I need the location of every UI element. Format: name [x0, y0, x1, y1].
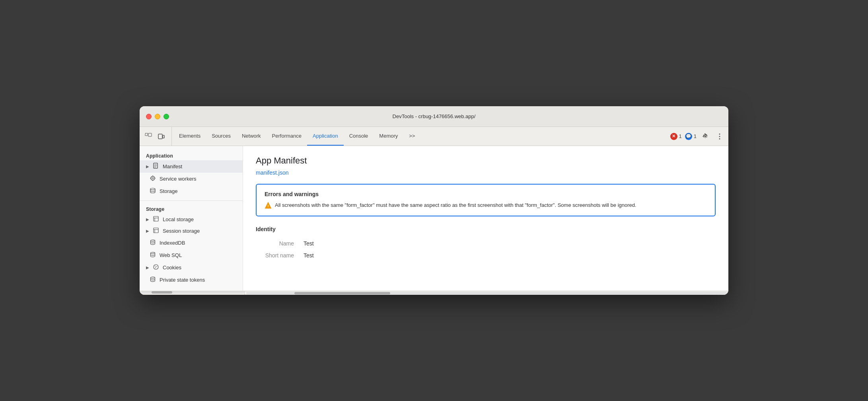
tab-console[interactable]: Console [344, 127, 374, 146]
sidebar-scrollbar[interactable] [141, 291, 244, 294]
manifest-label: Manifest [163, 164, 182, 169]
svg-point-12 [152, 177, 154, 179]
expand-arrow-manifest: ▶ [146, 164, 149, 169]
error-icon: ✕ [670, 133, 677, 140]
svg-point-25 [151, 252, 155, 254]
tab-memory[interactable]: Memory [374, 127, 403, 146]
devtools-window: DevTools - crbug-1476656.web.app/ Elemen… [140, 106, 728, 295]
short-name-value: Test [304, 252, 314, 259]
expand-arrow-session: ▶ [146, 229, 149, 233]
svg-point-4 [719, 133, 720, 134]
inspect-icon[interactable] [143, 131, 154, 142]
toolbar-icons [143, 127, 172, 146]
svg-point-30 [151, 277, 155, 278]
svg-rect-0 [145, 133, 148, 136]
private-state-label: Private state tokens [160, 277, 205, 283]
storage-app-label: Storage [160, 188, 178, 194]
sidebar-item-indexeddb[interactable]: IndexedDB [140, 237, 243, 249]
session-storage-icon [152, 228, 160, 234]
sidebar: Application ▶ Manifest [140, 146, 243, 291]
identity-name-row: Name Test [256, 240, 716, 247]
sidebar-item-cookies[interactable]: ▶ Cookies [140, 261, 243, 274]
sidebar-divider-1 [140, 200, 243, 201]
more-options-icon[interactable] [714, 131, 725, 142]
error-badge[interactable]: ✕ 1 [670, 133, 682, 140]
short-name-label: Short name [256, 252, 304, 259]
svg-rect-2 [158, 134, 162, 139]
toolbar: Elements Sources Network Performance App… [140, 127, 728, 146]
tab-network[interactable]: Network [236, 127, 267, 146]
storage-section-header: Storage [140, 204, 243, 214]
svg-rect-21 [154, 228, 158, 233]
error-message-text: All screenshots with the same "form_fact… [275, 201, 636, 209]
device-toggle-icon[interactable] [156, 131, 167, 142]
info-badge[interactable]: 💬 1 [685, 133, 697, 140]
expand-arrow-cookies: ▶ [146, 265, 149, 270]
sidebar-item-service-workers[interactable]: Service workers [140, 173, 243, 185]
local-storage-icon [152, 216, 160, 223]
tab-performance[interactable]: Performance [267, 127, 307, 146]
tab-application[interactable]: Application [307, 127, 344, 146]
indexeddb-icon [149, 239, 156, 247]
error-message-row: ! All screenshots with the same "form_fa… [265, 201, 707, 209]
session-storage-label: Session storage [163, 228, 200, 234]
cookies-icon [152, 264, 160, 271]
tab-elements[interactable]: Elements [173, 127, 206, 146]
window-title: DevTools - crbug-1476656.web.app/ [393, 113, 476, 119]
settings-icon[interactable] [700, 131, 711, 142]
manifest-link[interactable]: manifest.json [256, 169, 288, 176]
web-sql-label: Web SQL [160, 252, 182, 258]
service-workers-label: Service workers [160, 176, 196, 182]
toolbar-right: ✕ 1 💬 1 [670, 127, 725, 146]
svg-point-29 [155, 267, 156, 268]
fullscreen-button[interactable] [163, 114, 169, 119]
svg-point-28 [156, 266, 157, 267]
svg-point-5 [719, 136, 720, 137]
svg-point-26 [154, 265, 158, 269]
private-state-icon [149, 276, 156, 284]
sidebar-item-private-state[interactable]: Private state tokens [140, 274, 243, 286]
expand-arrow-local: ▶ [146, 217, 149, 222]
svg-point-17 [150, 188, 155, 190]
minimize-button[interactable] [155, 114, 160, 119]
svg-point-11 [151, 176, 155, 180]
content-scrollbar[interactable] [246, 292, 727, 294]
service-workers-icon [149, 175, 156, 183]
sidebar-item-session-storage[interactable]: ▶ Session storage [140, 225, 243, 237]
name-label: Name [256, 240, 304, 247]
sidebar-item-manifest[interactable]: ▶ Manifest [140, 160, 243, 173]
bottom-scrollbar-area [140, 291, 728, 295]
errors-heading: Errors and warnings [265, 191, 707, 197]
sidebar-item-web-sql[interactable]: Web SQL [140, 249, 243, 261]
titlebar: DevTools - crbug-1476656.web.app/ [140, 106, 728, 127]
storage-app-icon [149, 187, 156, 195]
application-section-header: Application [140, 151, 243, 160]
cookies-label: Cookies [163, 265, 181, 271]
svg-point-24 [151, 240, 155, 241]
sidebar-item-local-storage[interactable]: ▶ Local storage [140, 214, 243, 225]
tab-sources[interactable]: Sources [206, 127, 236, 146]
comment-icon: 💬 [685, 133, 692, 140]
web-sql-icon [149, 251, 156, 259]
svg-rect-3 [163, 135, 164, 138]
warning-icon: ! [265, 202, 272, 209]
identity-table: Name Test Short name Test [256, 240, 716, 259]
svg-rect-18 [154, 216, 158, 221]
main-area: Application ▶ Manifest [140, 146, 728, 291]
manifest-icon [152, 163, 160, 170]
page-title: App Manifest [256, 156, 716, 166]
errors-warnings-box: Errors and warnings ! All screenshots wi… [256, 184, 716, 216]
name-value: Test [304, 240, 314, 247]
identity-section-title: Identity [256, 226, 716, 234]
traffic-lights [146, 114, 169, 119]
identity-short-name-row: Short name Test [256, 252, 716, 259]
local-storage-label: Local storage [163, 216, 194, 222]
tab-more[interactable]: >> [403, 127, 420, 146]
svg-text:!: ! [268, 204, 269, 208]
sidebar-item-storage-app[interactable]: Storage [140, 185, 243, 197]
svg-point-6 [719, 138, 720, 139]
indexeddb-label: IndexedDB [160, 240, 185, 246]
close-button[interactable] [146, 114, 152, 119]
content-panel: App Manifest manifest.json Errors and wa… [243, 146, 728, 291]
svg-point-27 [155, 266, 156, 267]
